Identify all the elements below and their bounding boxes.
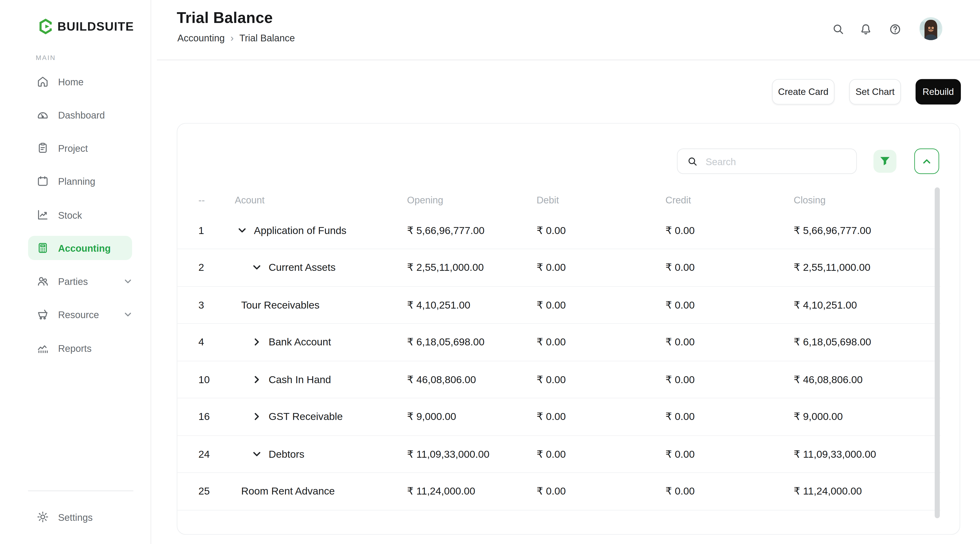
sidebar-item-label: Resource [58,309,99,320]
app-logo[interactable]: BUILDSUITE [38,18,134,35]
closing-amount: ₹ 9,000.00 [794,398,843,435]
row-index: 3 [198,287,204,323]
sidebar-item-label: Reports [58,343,92,353]
sidebar-item-label: Home [58,76,84,87]
column-header-account: Acount [235,188,265,212]
trial-balance-card: -- Acount Opening Debit Credit Closing 1… [177,123,960,535]
credit-amount: ₹ 0.00 [665,473,695,509]
chevron-right-icon[interactable] [251,337,262,347]
closing-amount: ₹ 5,66,96,777.00 [794,212,871,248]
account-name: Current Assets [269,249,336,285]
account-name: Tour Receivables [241,287,320,323]
breadcrumb-current: Trial Balance [240,33,295,43]
table-row: 3 Tour Receivables ₹ 4,10,251.00 ₹ 0.00 … [177,287,940,324]
filter-button[interactable] [873,150,897,173]
opening-amount: ₹ 5,66,96,777.00 [407,212,485,248]
cart-icon [37,308,49,320]
opening-amount: ₹ 6,18,05,698.00 [407,324,485,360]
closing-amount: ₹ 46,08,806.00 [794,361,862,398]
debit-amount: ₹ 0.00 [537,398,566,435]
sidebar-item-home[interactable]: Home [0,65,151,98]
chevron-down-icon[interactable] [251,449,262,459]
table-header: -- Acount Opening Debit Credit Closing [177,188,940,212]
chevron-down-icon[interactable] [237,225,247,236]
row-index: 10 [198,361,210,398]
set-chart-button[interactable]: Set Chart [849,79,901,105]
account-name: Debtors [269,436,304,472]
table-row: 25 Room Rent Advance ₹ 11,24,000.00 ₹ 0.… [177,473,940,510]
debit-amount: ₹ 0.00 [537,361,566,398]
column-header-credit: Credit [665,188,691,212]
sidebar-item-label: Accounting [58,243,111,253]
search-icon [687,156,698,167]
debit-amount: ₹ 0.00 [537,436,566,472]
calculator-icon [37,242,49,254]
table-scrollbar[interactable] [935,187,940,518]
table-row[interactable]: 1 Application of Funds ₹ 5,66,96,777.00 … [177,212,940,249]
table-row[interactable]: 16 GST Receivable ₹ 9,000.00 ₹ 0.00 ₹ 0.… [177,398,940,436]
closing-amount: ₹ 11,09,33,000.00 [794,436,876,472]
column-header-closing: Closing [794,188,826,212]
search-input[interactable] [705,155,835,167]
sidebar-item-accounting[interactable]: Accounting [0,232,151,265]
avatar[interactable] [920,17,942,40]
row-index: 4 [198,324,204,360]
opening-amount: ₹ 11,24,000.00 [407,473,475,509]
closing-amount: ₹ 6,18,05,698.00 [794,324,871,360]
credit-amount: ₹ 0.00 [665,249,695,285]
collapse-button[interactable] [914,148,939,174]
sidebar-item-label: Settings [58,511,93,522]
debit-amount: ₹ 0.00 [537,249,566,285]
chevron-right-icon[interactable] [251,411,262,422]
chevron-right-icon[interactable] [251,374,262,385]
opening-amount: ₹ 9,000.00 [407,398,456,435]
sidebar-item-planning[interactable]: Planning [0,165,151,198]
sidebar-item-dashboard[interactable]: Dashboard [0,98,151,132]
opening-amount: ₹ 46,08,806.00 [407,361,476,398]
sidebar-item-parties[interactable]: Parties [0,265,151,298]
app-logo-text: BUILDSUITE [57,19,134,33]
sidebar-item-label: Dashboard [58,109,105,120]
debit-amount: ₹ 0.00 [537,212,566,248]
gear-icon [37,511,49,523]
sidebar-item-settings[interactable]: Settings [0,500,151,533]
debit-amount: ₹ 0.00 [537,324,566,360]
sidebar-item-reports[interactable]: Reports [0,331,151,365]
search-icon[interactable] [832,23,845,36]
sidebar-item-resource[interactable]: Resource [0,298,151,331]
chevron-down-icon[interactable] [123,309,133,319]
table-row[interactable]: 24 Debtors ₹ 11,09,33,000.00 ₹ 0.00 ₹ 0.… [177,436,940,473]
bell-icon[interactable] [859,23,872,36]
sidebar-item-label: Project [58,143,88,153]
breadcrumb-parent[interactable]: Accounting [177,33,225,43]
opening-amount: ₹ 2,55,11,000.00 [407,249,484,285]
credit-amount: ₹ 0.00 [665,212,695,248]
sidebar-item-stock[interactable]: Stock [0,198,151,232]
sidebar-item-label: Stock [58,209,82,220]
calendar-icon [37,175,49,187]
rebuild-button[interactable]: Rebuild [916,79,961,105]
table-row[interactable]: 10 Cash In Hand ₹ 46,08,806.00 ₹ 0.00 ₹ … [177,361,940,398]
clipboard-icon [37,141,49,154]
sidebar-item-project[interactable]: Project [0,131,151,165]
row-index: 24 [198,436,210,472]
account-name: Cash In Hand [269,361,331,398]
credit-amount: ₹ 0.00 [665,361,695,398]
row-index: 16 [198,398,210,435]
page-title: Trial Balance [177,9,273,27]
account-name: Bank Account [269,324,331,360]
chevron-down-icon[interactable] [123,276,133,286]
chevron-down-icon[interactable] [251,262,262,273]
chevron-up-icon [921,156,932,167]
table-row[interactable]: 2 Current Assets ₹ 2,55,11,000.00 ₹ 0.00… [177,249,940,287]
funnel-icon [880,156,890,167]
account-name: Application of Funds [254,212,347,248]
help-icon[interactable] [889,23,902,36]
create-card-button[interactable]: Create Card [772,79,835,105]
credit-amount: ₹ 0.00 [665,287,695,323]
opening-amount: ₹ 4,10,251.00 [407,287,470,323]
table-row[interactable]: 4 Bank Account ₹ 6,18,05,698.00 ₹ 0.00 ₹… [177,324,940,361]
credit-amount: ₹ 0.00 [665,324,695,360]
buildsuite-hexagon-b-icon [38,18,53,35]
opening-amount: ₹ 11,09,33,000.00 [407,436,489,472]
